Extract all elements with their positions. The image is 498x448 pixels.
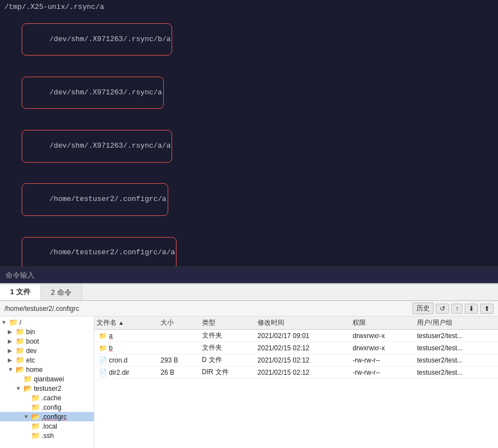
upload-button[interactable]: ⬆ xyxy=(480,304,494,314)
table-row[interactable]: 📁 a 文件夹 2021/02/17 09:01 drwxrwxr-x test… xyxy=(94,330,498,342)
expand-icon: ▼ xyxy=(23,414,31,420)
expand-icon: ▼ xyxy=(1,319,9,325)
folder-icon: 📁 xyxy=(16,337,24,345)
folder-icon: 📁 xyxy=(31,422,40,430)
folder-icon: 📁 xyxy=(16,356,24,364)
tabs-row: 1 文件 2 命令 xyxy=(0,283,498,301)
term-line: /dev/shm/.X971263/.rsync/b/a xyxy=(4,13,494,66)
file-icon: 📄 xyxy=(99,356,107,364)
file-icon: 📄 xyxy=(99,369,107,376)
file-name: 📁 b xyxy=(94,342,156,354)
tree-item-ssh[interactable]: 📁 .ssh xyxy=(0,431,94,440)
col-name[interactable]: 文件名 ▲ xyxy=(94,316,156,330)
file-modified: 2021/02/15 02:12 xyxy=(253,354,349,366)
term-line: /tmp/.X25-unix/.rsync/a xyxy=(4,2,494,13)
download-button[interactable]: ⬇ xyxy=(465,304,478,314)
term-line: /home/testuser2/.configrc/a/a xyxy=(4,226,494,266)
file-name: 📄 cron.d xyxy=(94,354,156,366)
file-table: 文件名 ▲ 大小 类型 修改时间 权限 用户/用户组 📁 a xyxy=(94,316,498,379)
tab-files[interactable]: 1 文件 xyxy=(0,284,41,300)
folder-icon: 📁 xyxy=(9,318,18,326)
history-button[interactable]: 历史 xyxy=(413,303,434,314)
file-size: 293 B xyxy=(156,354,197,366)
expand-icon: ▶ xyxy=(8,357,16,363)
file-size xyxy=(156,342,197,354)
file-owner: testuser2/test... xyxy=(413,342,498,354)
file-owner: testuser2/test... xyxy=(413,366,498,379)
tree-item-qianbawei[interactable]: 📁 qianbawei xyxy=(0,374,94,384)
cmd-input-label: 命令输入 xyxy=(6,270,34,280)
file-owner: testuser2/test... xyxy=(413,330,498,342)
file-perms: -rw-rw-r-- xyxy=(348,354,413,366)
folder-icon: 📁 xyxy=(16,328,24,336)
fm-main: ▼ 📁 / ▶ 📁 bin ▶ 📁 boot ▶ 📁 dev ▶ 📁 xyxy=(0,316,498,448)
table-row[interactable]: 📄 cron.d 293 B D 文件 2021/02/15 02:12 -rw… xyxy=(94,354,498,366)
folder-icon: 📂 xyxy=(23,384,32,392)
tree-item-local[interactable]: 📁 .local xyxy=(0,421,94,431)
folder-icon: 📁 xyxy=(99,344,107,352)
term-line: /home/testuser2/.configrc/a xyxy=(4,173,494,226)
tree-item-boot[interactable]: ▶ 📁 boot xyxy=(0,336,94,346)
tree-item-config[interactable]: 📁 .config xyxy=(0,402,94,412)
col-modified[interactable]: 修改时间 xyxy=(253,316,349,330)
col-type[interactable]: 类型 xyxy=(198,316,253,330)
term-line: /dev/shm/.X971263/.rsync/a/a xyxy=(4,119,494,173)
file-type: 文件夹 xyxy=(198,330,253,342)
tree-item-cache[interactable]: 📁 .cache xyxy=(0,393,94,402)
file-type: D 文件 xyxy=(198,354,253,366)
file-type: DIR 文件 xyxy=(198,366,253,379)
file-perms: -rw-rw-r-- xyxy=(348,366,413,379)
tree-item-etc[interactable]: ▶ 📁 etc xyxy=(0,355,94,365)
col-owner[interactable]: 用户/用户组 xyxy=(413,316,498,330)
refresh-button[interactable]: ↺ xyxy=(436,304,449,314)
expand-icon: ▶ xyxy=(8,348,16,354)
file-perms: drwxrwxr-x xyxy=(348,330,413,342)
col-size[interactable]: 大小 xyxy=(156,316,197,330)
table-row[interactable]: 📁 b 文件夹 2021/02/15 02:12 drwxrwxr-x test… xyxy=(94,342,498,354)
command-input-bar[interactable]: 命令输入 xyxy=(0,266,498,283)
folder-icon: 📁 xyxy=(31,431,40,440)
tree-item-dev[interactable]: ▶ 📁 dev xyxy=(0,346,94,355)
folder-icon: 📂 xyxy=(31,412,40,421)
file-owner: testuser2/test... xyxy=(413,354,498,366)
folder-icon: 📁 xyxy=(23,375,32,383)
tree-item-root[interactable]: ▼ 📁 / xyxy=(0,318,94,327)
expand-icon: ▼ xyxy=(8,366,16,373)
file-modified: 2021/02/15 02:12 xyxy=(253,342,349,354)
folder-icon: 📁 xyxy=(31,403,40,411)
col-perms[interactable]: 权限 xyxy=(348,316,413,330)
file-modified: 2021/02/15 02:12 xyxy=(253,366,349,379)
expand-icon: ▼ xyxy=(16,385,23,391)
tree-item-configrc[interactable]: ▼ 📂 .configrc xyxy=(0,412,94,421)
tree-item-testuser2[interactable]: ▼ 📂 testuser2 xyxy=(0,384,94,393)
expand-icon: ▶ xyxy=(8,338,16,344)
file-perms: drwxrwxr-x xyxy=(348,342,413,354)
up-button[interactable]: ↑ xyxy=(451,304,462,314)
folder-icon: 📁 xyxy=(16,346,24,355)
terminal-panel: /tmp/.X25-unix/.rsync/a /dev/shm/.X97126… xyxy=(0,0,498,266)
term-line: /dev/shm/.X971263/.rsync/a xyxy=(4,66,494,119)
table-row[interactable]: 📄 dir2.dir 26 B DIR 文件 2021/02/15 02:12 … xyxy=(94,366,498,379)
fm-toolbar: /home/testuser2/.configrc 历史 ↺ ↑ ⬇ ⬆ xyxy=(0,301,498,316)
file-name: 📁 a xyxy=(94,330,156,342)
tree-item-bin[interactable]: ▶ 📁 bin xyxy=(0,327,94,336)
tree-item-home[interactable]: ▼ 📂 home xyxy=(0,365,94,374)
file-manager: /home/testuser2/.configrc 历史 ↺ ↑ ⬇ ⬆ ▼ 📁… xyxy=(0,301,498,448)
file-name: 📄 dir2.dir xyxy=(94,366,156,379)
file-type: 文件夹 xyxy=(198,342,253,354)
file-list: 文件名 ▲ 大小 类型 修改时间 权限 用户/用户组 📁 a xyxy=(94,316,498,448)
file-size: 26 B xyxy=(156,366,197,379)
file-modified: 2021/02/17 09:01 xyxy=(253,330,349,342)
expand-icon: ▶ xyxy=(8,329,16,335)
tab-commands[interactable]: 2 命令 xyxy=(41,284,82,300)
file-tree: ▼ 📁 / ▶ 📁 bin ▶ 📁 boot ▶ 📁 dev ▶ 📁 xyxy=(0,316,94,448)
folder-icon: 📁 xyxy=(31,394,40,402)
folder-icon: 📂 xyxy=(16,365,24,374)
file-size xyxy=(156,330,197,342)
folder-icon: 📁 xyxy=(99,332,107,340)
fm-path: /home/testuser2/.configrc xyxy=(4,305,410,313)
